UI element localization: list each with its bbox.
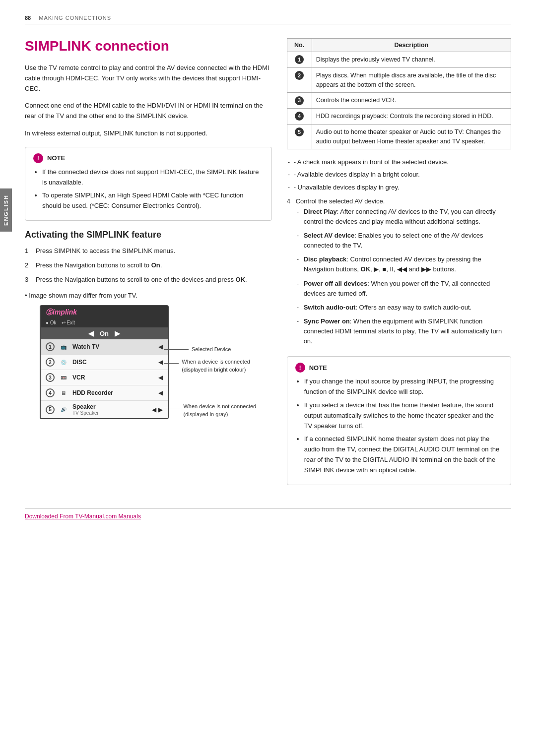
table-row-5: 5 Audio out to home theater speaker or A… (287, 124, 511, 149)
left-column: SIMPLINK connection Use the TV remote co… (25, 38, 272, 493)
english-sidebar: ENGLISH (0, 189, 12, 232)
speaker-icon: 🔊 (59, 405, 68, 415)
item-arrow-2: ◀ (158, 359, 163, 366)
row1-desc: Displays the previously viewed TV channe… (312, 52, 511, 68)
note-item-2-2: If you select a device that has the home… (304, 400, 503, 431)
hdd-icon: 🖥 (59, 388, 68, 398)
table-row-2: 2 Plays discs. When multiple discs are a… (287, 67, 511, 93)
footer-link[interactable]: Downloaded From TV-Manual.com Manuals (25, 513, 141, 520)
page-number: 88 (25, 15, 31, 21)
note-list-2: If you change the input source by pressi… (295, 377, 503, 475)
note-box-2: ! NOTE If you change the input source by… (287, 356, 511, 485)
callout-labels: Selected Device When a device is connect… (164, 327, 263, 428)
simplink-ui-mockup: Ⓢimplink ● Ok ↩ Exit ◀ On ▶ 1 (40, 305, 169, 419)
right-arrow-btn[interactable]: ▶ (115, 329, 120, 337)
note-item-2-3: If a connected SIMPLINK home theater sys… (304, 434, 503, 475)
section-title: SIMPLINK connection (25, 38, 272, 54)
row3-num: 3 (287, 93, 312, 109)
item-num-1: 1 (46, 342, 55, 351)
para2: Connect one end of the HDMI cable to the… (25, 101, 272, 122)
item-arrow-3: ◀ (158, 374, 163, 381)
right-column: No. Description 1 Displays the previousl… (287, 38, 511, 493)
diagram-wrapper: Ⓢimplink ● Ok ↩ Exit ◀ On ▶ 1 (30, 305, 272, 419)
row5-desc: Audio out to home theater speaker or Aud… (312, 124, 511, 149)
check-list: - A check mark appears in front of the s… (287, 157, 511, 192)
speaker-sub: TV Speaker (72, 410, 99, 416)
simplink-item-2[interactable]: 2 💿 DISC ◀ (41, 355, 168, 370)
check-item-1: - A check mark appears in front of the s… (287, 157, 511, 167)
page-footer: Downloaded From TV-Manual.com Manuals (25, 508, 511, 520)
step-4: 4 Control the selected AV device. (287, 197, 511, 205)
control-item-2: Select AV device: Enables you to select … (297, 231, 511, 251)
control-item-4: Power off all devices: When you power of… (297, 279, 511, 299)
item-num-2: 2 (46, 358, 55, 367)
row2-num: 2 (287, 67, 312, 93)
note-label-1: NOTE (47, 154, 65, 162)
left-arrow-btn[interactable]: ◀ (88, 329, 94, 337)
image-caption: Image shown may differ from your TV. (25, 291, 272, 301)
note-list-1: If the connected device does not support… (33, 167, 264, 211)
note-item-1-2: To operate SIMPLINK, an High Speed HDMI … (42, 190, 264, 211)
row1-num: 1 (287, 52, 312, 68)
simplink-item-4[interactable]: 4 🖥 HDD Recorder ◀ (41, 385, 168, 401)
item-num-3: 3 (46, 373, 55, 382)
speaker-label: Speaker (72, 403, 99, 410)
item-arrow-1: ◀ (158, 343, 163, 350)
english-label: ENGLISH (3, 194, 9, 226)
callout-connected: When a device is connected (displayed in… (164, 358, 263, 388)
table-header-no: No. (287, 39, 312, 52)
step-2: 2 Press the Navigation buttons to scroll… (25, 260, 272, 271)
note-item-1-1: If the connected device does not support… (42, 167, 264, 188)
note-item-2-1: If you change the input source by pressi… (304, 377, 503, 397)
page-header-title: MAKING CONNECTIONS (39, 15, 111, 21)
para1: Use the TV remote control to play and co… (25, 63, 272, 94)
para3: In wireless external output, SIMPLINK fu… (25, 128, 272, 139)
item-label-4: HDD Recorder (72, 389, 154, 396)
control-list: Direct Play: After connecting AV devices… (297, 207, 511, 347)
step-3: 3 Press the Navigation buttons to scroll… (25, 275, 272, 285)
item-label-3: VCR (72, 374, 154, 381)
note-header-1: ! NOTE (33, 153, 264, 163)
control-item-5: Switch audio-out: Offers an easy way to … (297, 303, 511, 313)
note-box-1: ! NOTE If the connected device does not … (25, 147, 272, 221)
item-label-1: Watch TV (72, 343, 154, 350)
subsection-title: Activating the SIMPLINK feature (25, 230, 272, 240)
note-icon-2: ! (295, 363, 305, 373)
simplink-item-3[interactable]: 3 📼 VCR ◀ (41, 370, 168, 385)
callout-selected: Selected Device (164, 341, 263, 357)
simplink-controls-bar: ● Ok ↩ Exit (41, 319, 168, 327)
control-item-3: Disc playback: Control connected AV devi… (297, 254, 511, 274)
tv-icon: 📺 (59, 342, 68, 352)
note-header-2: ! NOTE (295, 363, 503, 373)
item-num-4: 4 (46, 388, 55, 397)
row5-num: 5 (287, 124, 312, 149)
simplink-on-row: ◀ On ▶ (41, 327, 168, 339)
table-header-desc: Description (312, 39, 511, 52)
simplink-logo: Ⓢimplink (46, 308, 77, 317)
simplink-item-5[interactable]: 5 🔊 Speaker TV Speaker ◀ ▶ (41, 401, 168, 418)
speaker-arrows: ◀ ▶ (152, 406, 163, 413)
item-label-2: DISC (72, 359, 154, 366)
row4-desc: HDD recordings playback: Controls the re… (312, 109, 511, 125)
description-table: No. Description 1 Displays the previousl… (287, 38, 511, 149)
two-column-layout: SIMPLINK connection Use the TV remote co… (25, 38, 511, 493)
item-arrow-4: ◀ (158, 389, 163, 396)
note-icon-1: ! (33, 153, 43, 163)
row4-num: 4 (287, 109, 312, 125)
row2-desc: Plays discs. When multiple discs are ava… (312, 67, 511, 93)
control-item-6: Sync Power on: When the equipment with S… (297, 316, 511, 346)
control-item-1: Direct Play: After connecting AV devices… (297, 207, 511, 227)
simplink-item-1[interactable]: 1 📺 Watch TV ◀ (41, 339, 168, 355)
step-1: 1 Press SIMPINK to access the SIMPLINK m… (25, 246, 272, 256)
item-num-5: 5 (46, 405, 55, 414)
check-item-2: - Available devices display in a bright … (287, 170, 511, 180)
vcr-icon: 📼 (59, 373, 68, 382)
row3-desc: Controls the connected VCR. (312, 93, 511, 109)
on-label: On (100, 330, 109, 337)
table-row-3: 3 Controls the connected VCR. (287, 93, 511, 109)
note-label-2: NOTE (309, 364, 327, 372)
callout-not-connected: When device is not connected (displayed … (164, 403, 263, 428)
check-item-3: - Unavailable devices display in grey. (287, 183, 511, 192)
steps-list: 1 Press SIMPINK to access the SIMPLINK m… (25, 246, 272, 285)
table-row-4: 4 HDD recordings playback: Controls the … (287, 109, 511, 125)
